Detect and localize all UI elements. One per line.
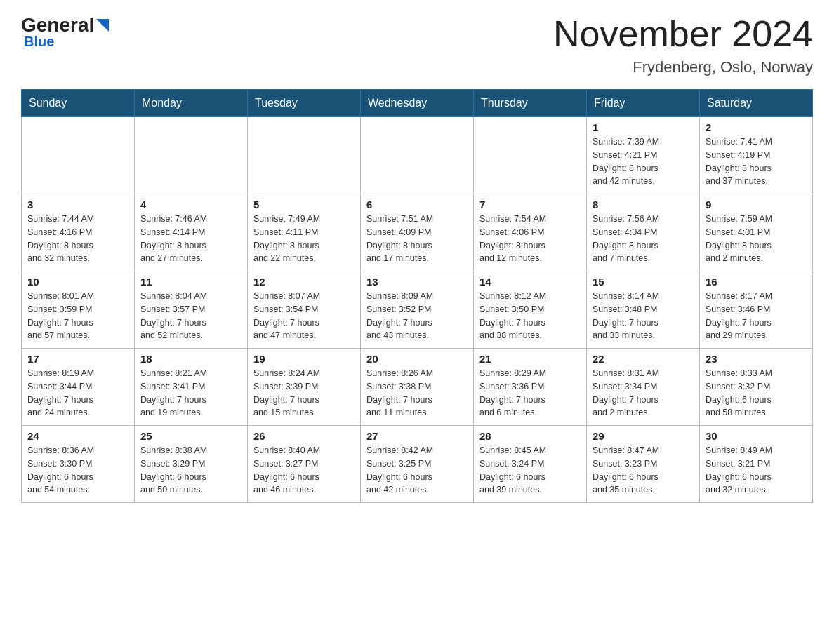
day-info: Sunrise: 8:29 AMSunset: 3:36 PMDaylight:… — [479, 367, 581, 420]
day-number: 29 — [593, 430, 694, 442]
calendar-cell — [248, 117, 361, 194]
week-row-4: 17Sunrise: 8:19 AMSunset: 3:44 PMDayligh… — [22, 349, 813, 426]
calendar-cell: 7Sunrise: 7:54 AMSunset: 4:06 PMDaylight… — [474, 194, 587, 271]
calendar-cell: 27Sunrise: 8:42 AMSunset: 3:25 PMDayligh… — [361, 426, 474, 503]
day-info: Sunrise: 7:41 AMSunset: 4:19 PMDaylight:… — [706, 135, 807, 188]
calendar-cell: 20Sunrise: 8:26 AMSunset: 3:38 PMDayligh… — [361, 349, 474, 426]
week-row-2: 3Sunrise: 7:44 AMSunset: 4:16 PMDaylight… — [22, 194, 813, 271]
day-number: 26 — [253, 430, 355, 442]
day-info: Sunrise: 7:46 AMSunset: 4:14 PMDaylight:… — [140, 213, 241, 265]
day-number: 14 — [479, 276, 581, 288]
calendar-cell: 13Sunrise: 8:09 AMSunset: 3:52 PMDayligh… — [361, 271, 474, 349]
calendar-cell: 19Sunrise: 8:24 AMSunset: 3:39 PMDayligh… — [248, 349, 361, 426]
calendar-cell: 1Sunrise: 7:39 AMSunset: 4:21 PMDaylight… — [587, 117, 700, 194]
month-title: November 2024 — [553, 14, 813, 54]
day-number: 15 — [593, 276, 694, 288]
day-number: 4 — [140, 199, 241, 210]
day-number: 9 — [706, 199, 807, 210]
calendar-cell: 24Sunrise: 8:36 AMSunset: 3:30 PMDayligh… — [22, 426, 135, 503]
calendar-cell: 3Sunrise: 7:44 AMSunset: 4:16 PMDaylight… — [22, 194, 135, 271]
day-info: Sunrise: 8:47 AMSunset: 3:23 PMDaylight:… — [593, 444, 694, 497]
day-number: 21 — [479, 353, 581, 365]
calendar-cell: 30Sunrise: 8:49 AMSunset: 3:21 PMDayligh… — [700, 426, 813, 503]
day-number: 25 — [140, 430, 241, 442]
day-info: Sunrise: 7:59 AMSunset: 4:01 PMDaylight:… — [706, 213, 807, 265]
calendar-cell: 23Sunrise: 8:33 AMSunset: 3:32 PMDayligh… — [700, 349, 813, 426]
day-info: Sunrise: 8:09 AMSunset: 3:52 PMDaylight:… — [366, 290, 468, 342]
day-number: 1 — [593, 121, 694, 133]
calendar-cell: 21Sunrise: 8:29 AMSunset: 3:36 PMDayligh… — [474, 349, 587, 426]
day-info: Sunrise: 8:26 AMSunset: 3:38 PMDaylight:… — [366, 367, 468, 420]
calendar-cell: 2Sunrise: 7:41 AMSunset: 4:19 PMDaylight… — [700, 117, 813, 194]
day-number: 10 — [27, 276, 128, 288]
page-header: General Blue November 2024 Frydenberg, O… — [21, 14, 813, 76]
calendar-cell: 10Sunrise: 8:01 AMSunset: 3:59 PMDayligh… — [22, 271, 135, 349]
svg-marker-0 — [96, 19, 109, 32]
calendar-cell: 12Sunrise: 8:07 AMSunset: 3:54 PMDayligh… — [248, 271, 361, 349]
day-info: Sunrise: 8:12 AMSunset: 3:50 PMDaylight:… — [479, 290, 581, 342]
day-number: 28 — [479, 430, 581, 442]
day-number: 19 — [253, 353, 355, 365]
day-number: 7 — [479, 199, 581, 210]
logo-area: General Blue — [21, 14, 109, 50]
day-info: Sunrise: 7:51 AMSunset: 4:09 PMDaylight:… — [366, 213, 468, 265]
day-info: Sunrise: 8:45 AMSunset: 3:24 PMDaylight:… — [479, 444, 581, 497]
logo-blue-text: Blue — [24, 34, 54, 50]
day-info: Sunrise: 7:39 AMSunset: 4:21 PMDaylight:… — [593, 135, 694, 188]
weekday-header-friday: Friday — [587, 90, 700, 117]
location-title: Frydenberg, Oslo, Norway — [553, 58, 813, 76]
calendar-cell — [135, 117, 248, 194]
day-info: Sunrise: 7:54 AMSunset: 4:06 PMDaylight:… — [479, 213, 581, 265]
day-info: Sunrise: 8:33 AMSunset: 3:32 PMDaylight:… — [706, 367, 807, 420]
day-info: Sunrise: 8:38 AMSunset: 3:29 PMDaylight:… — [140, 444, 241, 497]
day-number: 2 — [706, 121, 807, 133]
calendar-cell: 17Sunrise: 8:19 AMSunset: 3:44 PMDayligh… — [22, 349, 135, 426]
day-info: Sunrise: 8:24 AMSunset: 3:39 PMDaylight:… — [253, 367, 355, 420]
day-info: Sunrise: 8:07 AMSunset: 3:54 PMDaylight:… — [253, 290, 355, 342]
day-number: 12 — [253, 276, 355, 288]
day-number: 27 — [366, 430, 468, 442]
weekday-header-row: SundayMondayTuesdayWednesdayThursdayFrid… — [22, 90, 813, 117]
calendar-cell: 11Sunrise: 8:04 AMSunset: 3:57 PMDayligh… — [135, 271, 248, 349]
calendar-cell: 6Sunrise: 7:51 AMSunset: 4:09 PMDaylight… — [361, 194, 474, 271]
day-info: Sunrise: 8:40 AMSunset: 3:27 PMDaylight:… — [253, 444, 355, 497]
day-info: Sunrise: 8:14 AMSunset: 3:48 PMDaylight:… — [593, 290, 694, 342]
day-info: Sunrise: 8:42 AMSunset: 3:25 PMDaylight:… — [366, 444, 468, 497]
calendar-cell — [22, 117, 135, 194]
day-number: 18 — [140, 353, 241, 365]
day-info: Sunrise: 8:19 AMSunset: 3:44 PMDaylight:… — [27, 367, 128, 420]
day-number: 16 — [706, 276, 807, 288]
day-info: Sunrise: 8:31 AMSunset: 3:34 PMDaylight:… — [593, 367, 694, 420]
day-info: Sunrise: 7:56 AMSunset: 4:04 PMDaylight:… — [593, 213, 694, 265]
day-number: 22 — [593, 353, 694, 365]
week-row-3: 10Sunrise: 8:01 AMSunset: 3:59 PMDayligh… — [22, 271, 813, 349]
day-number: 11 — [140, 276, 241, 288]
calendar-cell: 29Sunrise: 8:47 AMSunset: 3:23 PMDayligh… — [587, 426, 700, 503]
calendar-cell: 8Sunrise: 7:56 AMSunset: 4:04 PMDaylight… — [587, 194, 700, 271]
weekday-header-monday: Monday — [135, 90, 248, 117]
calendar-table: SundayMondayTuesdayWednesdayThursdayFrid… — [21, 89, 813, 503]
calendar-cell: 22Sunrise: 8:31 AMSunset: 3:34 PMDayligh… — [587, 349, 700, 426]
day-number: 30 — [706, 430, 807, 442]
calendar-cell — [474, 117, 587, 194]
calendar-cell: 26Sunrise: 8:40 AMSunset: 3:27 PMDayligh… — [248, 426, 361, 503]
weekday-header-saturday: Saturday — [700, 90, 813, 117]
weekday-header-tuesday: Tuesday — [248, 90, 361, 117]
title-area: November 2024 Frydenberg, Oslo, Norway — [553, 14, 813, 76]
day-number: 3 — [27, 199, 128, 210]
calendar-cell: 5Sunrise: 7:49 AMSunset: 4:11 PMDaylight… — [248, 194, 361, 271]
day-number: 13 — [366, 276, 468, 288]
week-row-1: 1Sunrise: 7:39 AMSunset: 4:21 PMDaylight… — [22, 117, 813, 194]
calendar-cell: 4Sunrise: 7:46 AMSunset: 4:14 PMDaylight… — [135, 194, 248, 271]
day-info: Sunrise: 8:01 AMSunset: 3:59 PMDaylight:… — [27, 290, 128, 342]
day-number: 23 — [706, 353, 807, 365]
calendar-cell: 28Sunrise: 8:45 AMSunset: 3:24 PMDayligh… — [474, 426, 587, 503]
week-row-5: 24Sunrise: 8:36 AMSunset: 3:30 PMDayligh… — [22, 426, 813, 503]
day-number: 6 — [366, 199, 468, 210]
day-info: Sunrise: 8:49 AMSunset: 3:21 PMDaylight:… — [706, 444, 807, 497]
day-number: 5 — [253, 199, 355, 210]
weekday-header-thursday: Thursday — [474, 90, 587, 117]
weekday-header-wednesday: Wednesday — [361, 90, 474, 117]
calendar-cell — [361, 117, 474, 194]
day-info: Sunrise: 8:17 AMSunset: 3:46 PMDaylight:… — [706, 290, 807, 342]
